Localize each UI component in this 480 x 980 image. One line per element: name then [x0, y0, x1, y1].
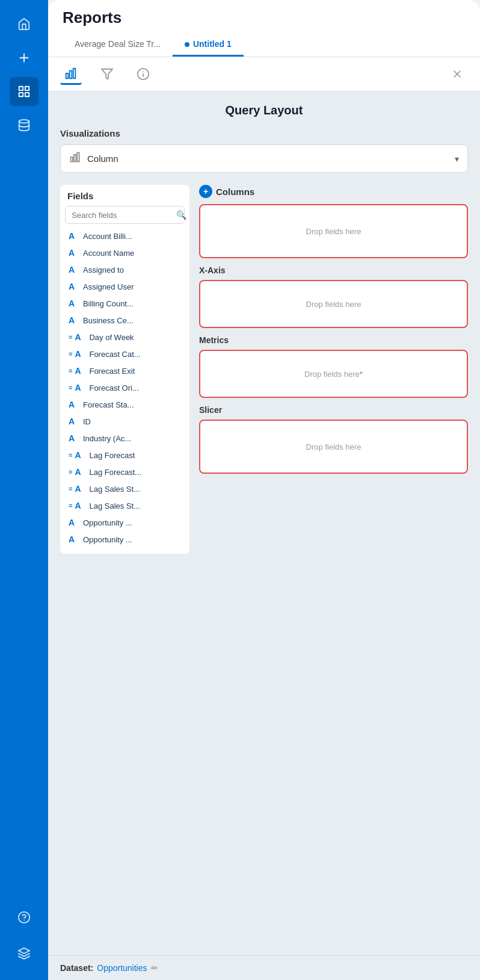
svg-rect-12	[73, 68, 76, 78]
field-item-forecast-ori[interactable]: = A Forecast Ori...	[60, 379, 189, 396]
svg-rect-10	[66, 73, 69, 78]
field-type-icon-13: A	[75, 450, 84, 460]
field-label-5: Business Ce...	[83, 316, 134, 325]
field-label-17: Opportunity ...	[83, 518, 132, 527]
tabs-container: Average Deal Size Tr... Untitled 1	[63, 33, 466, 57]
field-label-15: Lag Sales St...	[89, 485, 140, 494]
tab-average-deal[interactable]: Average Deal Size Tr...	[63, 33, 173, 57]
field-item-business-ce[interactable]: A Business Ce...	[60, 312, 189, 329]
field-type-icon-10: A	[69, 400, 78, 409]
svg-rect-3	[25, 87, 29, 90]
field-item-forecast-sta[interactable]: A Forecast Sta...	[60, 396, 189, 413]
search-box[interactable]: 🔍	[65, 206, 185, 224]
visualizations-label: Visualizations	[60, 128, 468, 138]
field-label-16: Lag Sales St...	[89, 501, 140, 510]
field-type-icon-14: A	[75, 467, 84, 477]
svg-marker-13	[102, 69, 112, 79]
field-label-12: Industry (Ac...	[83, 434, 131, 443]
svg-rect-5	[25, 93, 29, 96]
search-input[interactable]	[72, 211, 173, 220]
main-content: Reports Average Deal Size Tr... Untitled…	[48, 0, 480, 980]
field-item-forecast-cat[interactable]: = A Forecast Cat...	[60, 346, 189, 362]
visualization-select[interactable]: Column ▾	[60, 144, 468, 173]
fields-columns-container: Fields 🔍 A Account Billi... A Account Na…	[60, 185, 468, 554]
header: Reports Average Deal Size Tr... Untitled…	[48, 0, 480, 57]
nav-layers-icon[interactable]	[10, 939, 38, 968]
field-type-icon-15: A	[75, 484, 84, 494]
query-layout-title: Query Layout	[60, 104, 468, 117]
x-axis-drop-zone[interactable]: Drop fields here	[199, 280, 468, 328]
dataset-footer: Dataset: Opportunities ✏	[48, 955, 480, 980]
field-item-account-name[interactable]: A Account Name	[60, 244, 189, 261]
field-label-9: Forecast Ori...	[89, 383, 138, 392]
close-icon[interactable]	[446, 63, 468, 85]
info-icon[interactable]	[132, 63, 154, 85]
filter-icon[interactable]	[96, 63, 118, 85]
metrics-drop-label: Drop fields here	[304, 370, 360, 379]
nav-dashboard-icon[interactable]	[10, 77, 38, 106]
field-type-icon-7: A	[75, 349, 84, 359]
nav-bar	[0, 0, 48, 980]
field-type-icon-16: A	[75, 501, 84, 510]
field-item-billing-count[interactable]: A Billing Count...	[60, 295, 189, 312]
field-type-icon-6: A	[75, 332, 84, 342]
nav-home-icon[interactable]	[10, 10, 38, 39]
svg-rect-11	[70, 70, 72, 78]
field-type-icon-18: A	[69, 535, 78, 544]
field-type-icon-3: A	[69, 282, 78, 291]
metrics-drop-zone[interactable]: Drop fields here*	[199, 350, 468, 398]
field-type-icon-5: A	[69, 315, 78, 325]
content-wrapper: Reports Average Deal Size Tr... Untitled…	[48, 0, 480, 980]
field-item-lag-sales-2[interactable]: = A Lag Sales St...	[60, 497, 189, 514]
tab-untitled[interactable]: Untitled 1	[173, 33, 244, 57]
field-item-forecast-exit[interactable]: = A Forecast Exit	[60, 362, 189, 379]
field-label-14: Lag Forecast...	[89, 468, 141, 477]
field-type-icon-0: A	[69, 231, 78, 241]
dataset-value: Opportunities	[97, 963, 147, 973]
columns-drop-label: Drop fields here	[306, 227, 362, 236]
field-prefix-16: =	[69, 502, 72, 509]
slicer-label: Slicer	[199, 405, 468, 415]
field-type-icon-11: A	[69, 417, 78, 426]
field-item-lag-sales-1[interactable]: = A Lag Sales St...	[60, 480, 189, 497]
fields-panel: Fields 🔍 A Account Billi... A Account Na…	[60, 185, 189, 554]
search-icon: 🔍	[176, 210, 186, 220]
field-item-industry[interactable]: A Industry (Ac...	[60, 430, 189, 447]
field-item-day-of-week[interactable]: = A Day of Week	[60, 329, 189, 346]
field-type-icon-9: A	[75, 383, 84, 392]
svg-marker-9	[19, 948, 29, 954]
field-label-13: Lag Forecast	[89, 451, 135, 460]
viz-select-label: Column	[87, 154, 449, 164]
slicer-drop-zone[interactable]: Drop fields here	[199, 420, 468, 474]
svg-rect-19	[71, 157, 73, 162]
field-item-lag-forecast2[interactable]: = A Lag Forecast...	[60, 464, 189, 480]
metrics-label: Metrics	[199, 335, 468, 345]
field-item-lag-forecast[interactable]: = A Lag Forecast	[60, 447, 189, 464]
field-prefix-7: =	[69, 350, 72, 358]
nav-database-icon[interactable]	[10, 111, 38, 140]
field-item-opportunity-2[interactable]: A Opportunity ...	[60, 531, 189, 548]
field-type-icon-1: A	[69, 248, 78, 258]
field-label-6: Day of Week	[89, 333, 134, 342]
columns-panel: + Columns Drop fields here X-Axis Drop f…	[199, 185, 468, 481]
field-prefix-15: =	[69, 485, 72, 492]
nav-help-icon[interactable]	[10, 903, 38, 932]
field-item-account-billi[interactable]: A Account Billi...	[60, 228, 189, 244]
nav-add-icon[interactable]	[10, 43, 38, 72]
field-type-icon-2: A	[69, 265, 78, 274]
field-prefix-13: =	[69, 451, 72, 459]
field-item-id[interactable]: A ID	[60, 413, 189, 430]
field-item-assigned-to[interactable]: A Assigned to	[60, 261, 189, 278]
field-label-11: ID	[83, 417, 91, 426]
field-type-icon-17: A	[69, 518, 78, 527]
add-column-button[interactable]: +	[199, 185, 212, 198]
columns-drop-zone[interactable]: Drop fields here	[199, 204, 468, 258]
viz-bar-icon	[69, 151, 81, 166]
field-item-assigned-user[interactable]: A Assigned User	[60, 278, 189, 295]
chart-bar-icon[interactable]	[60, 63, 82, 85]
nav-bottom	[10, 903, 38, 968]
edit-dataset-icon[interactable]: ✏	[151, 963, 158, 973]
toolbar	[48, 57, 480, 91]
svg-rect-4	[19, 93, 23, 96]
field-item-opportunity-1[interactable]: A Opportunity ...	[60, 514, 189, 531]
